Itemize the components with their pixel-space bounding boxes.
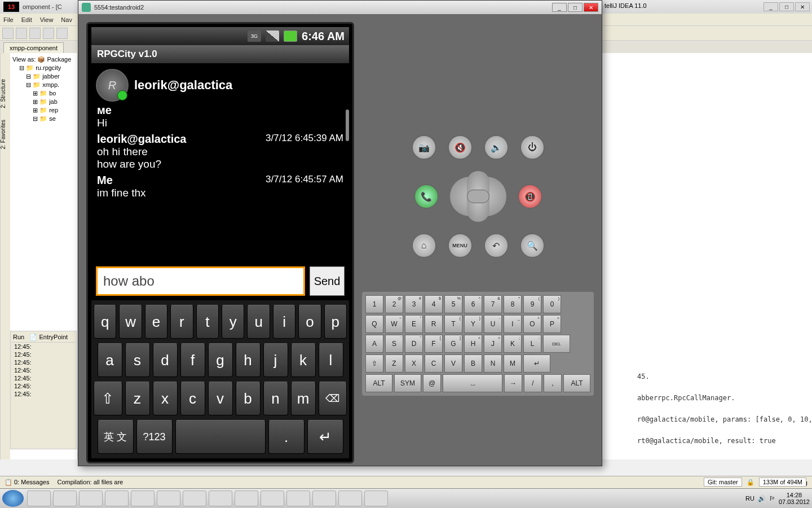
soft-key-c[interactable]: c (180, 382, 205, 415)
hw-key-I[interactable]: I_ (504, 315, 522, 333)
soft-key-x[interactable]: x (153, 382, 178, 415)
call-button[interactable]: 📞 (414, 184, 439, 209)
end-call-button[interactable]: 📵 (518, 184, 542, 209)
taskbar-app[interactable] (261, 491, 284, 506)
taskbar-app[interactable] (79, 491, 103, 506)
soft-key-n[interactable]: n (263, 382, 288, 415)
chat-message-list[interactable]: мe Hi leorik@galactica 3/7/12 6:45:39 AM… (91, 107, 349, 262)
toolbar-redo-icon[interactable] (56, 28, 68, 39)
dpad-center-button[interactable] (467, 190, 489, 203)
hw-key-SYM[interactable]: SYM (394, 374, 421, 392)
hw-key-C[interactable]: C (425, 354, 443, 373)
soft-key-a[interactable]: a (98, 343, 122, 377)
hw-key-2[interactable]: 2@ (385, 295, 403, 313)
hw-key-enter[interactable]: ↵ (523, 354, 550, 373)
project-tab[interactable]: xmpp-component (3, 42, 64, 53)
soft-key-?123[interactable]: ?123 (136, 420, 173, 454)
hw-key-delete[interactable]: DEL (543, 335, 570, 353)
taskbar-app[interactable] (131, 491, 155, 506)
taskbar-app[interactable] (209, 491, 232, 506)
tree-item[interactable]: ⊞ 📁 rep (12, 106, 75, 115)
hw-key-/[interactable]: / (524, 374, 542, 392)
soft-key-b[interactable]: b (236, 382, 261, 415)
taskbar-app[interactable] (235, 491, 258, 506)
hw-key-@[interactable]: @ (423, 374, 441, 392)
hw-key-ALT[interactable]: ALT (563, 374, 590, 392)
entrypoint-tab[interactable]: EntryPoint (39, 334, 68, 340)
hw-key-P[interactable]: P= (543, 315, 561, 333)
hw-key-D[interactable]: D" (405, 335, 423, 353)
structure-tool-label[interactable]: 2: Structure (0, 79, 6, 108)
soft-key-e[interactable]: e (145, 305, 167, 339)
soft-key-m[interactable]: m (291, 382, 316, 415)
emulator-titlebar[interactable]: 5554:testandroid2 _ □ ✕ (78, 1, 602, 14)
soft-key-s[interactable]: s (125, 343, 150, 377)
taskbar-app[interactable] (338, 491, 362, 506)
hw-key-J[interactable]: J> (484, 335, 502, 353)
hw-key-⇧[interactable]: ⇧ (365, 354, 383, 373)
toolbar-saveall-icon[interactable] (29, 28, 41, 39)
soft-key-w[interactable]: w (119, 305, 142, 339)
tray-icon[interactable]: 🏳 (769, 495, 775, 502)
message-input[interactable] (96, 266, 305, 296)
ide-close-button[interactable]: ✕ (795, 2, 810, 11)
hw-key-W[interactable]: W~ (385, 315, 403, 333)
menu-nav[interactable]: Nav (61, 16, 72, 23)
volume-up-button[interactable]: 🔊 (484, 135, 509, 160)
power-button[interactable]: ⏻ (520, 135, 545, 160)
camera-button[interactable]: 📷 (412, 135, 436, 160)
hw-key-Z[interactable]: Z (385, 354, 403, 373)
git-branch[interactable]: Git: master (704, 478, 742, 487)
soft-key-⇧[interactable]: ⇧ (94, 382, 122, 415)
messages-tool-tab[interactable]: 📋 0: Messages (5, 479, 49, 486)
soft-key-f[interactable]: f (180, 343, 205, 377)
back-button[interactable]: ↶ (484, 233, 509, 258)
taskbar-app[interactable] (27, 491, 51, 506)
soft-key-k[interactable]: k (291, 343, 316, 377)
soft-key-p[interactable]: p (324, 305, 347, 339)
soft-key-enter[interactable]: ↵ (307, 420, 343, 454)
soft-key-d[interactable]: d (153, 343, 178, 377)
soft-key-o[interactable]: o (298, 305, 321, 339)
toolbar-open-icon[interactable] (2, 28, 14, 39)
hw-key-E[interactable]: E" (405, 315, 423, 333)
soft-key-i[interactable]: i (273, 305, 295, 339)
soft-key-r[interactable]: r (170, 305, 193, 339)
soft-key-g[interactable]: g (208, 343, 233, 377)
hw-key-space[interactable]: ⎵ (443, 374, 502, 392)
hw-key-4[interactable]: 4$ (425, 295, 443, 313)
soft-key-l[interactable]: l (319, 343, 343, 377)
hw-key-Q[interactable]: Q (365, 315, 383, 333)
dpad[interactable] (450, 177, 506, 216)
send-button[interactable]: Send (310, 266, 345, 296)
volume-down-button[interactable]: 🔇 (448, 135, 473, 160)
emulator-close-button[interactable]: ✕ (584, 3, 598, 12)
hw-key-K[interactable]: K; (504, 335, 522, 353)
hw-key-U[interactable]: U- (484, 315, 502, 333)
soft-key-英 文[interactable]: 英 文 (98, 420, 134, 454)
hw-key-M[interactable]: M (504, 354, 522, 373)
tree-item[interactable]: ⊟ 📁 ru.rpgcity (12, 64, 75, 72)
menu-button[interactable]: MENU (448, 233, 473, 258)
android-status-bar[interactable]: 3G 6:46 AM (91, 27, 349, 45)
home-button[interactable]: ⌂ (412, 233, 436, 258)
hw-key-7[interactable]: 7& (484, 295, 502, 313)
hw-key-R[interactable]: R` (425, 315, 443, 333)
lang-indicator[interactable]: RU (745, 495, 754, 502)
tree-item[interactable]: ⊞ 📁 bo (12, 89, 75, 98)
tray-icon[interactable]: 🔊 (758, 495, 766, 502)
hw-key-G[interactable]: G] (444, 335, 462, 353)
hw-key-ALT[interactable]: ALT (365, 374, 392, 392)
emulator-maximize-button[interactable]: □ (568, 3, 582, 12)
soft-key-delete[interactable]: ⌫ (319, 382, 347, 415)
tree-item[interactable]: ⊟ 📁 xmpp. (12, 81, 75, 89)
hw-key-V[interactable]: V (444, 354, 462, 373)
hw-key-B[interactable]: B (464, 354, 482, 373)
soft-key-h[interactable]: h (236, 343, 261, 377)
start-button[interactable] (2, 490, 24, 507)
hw-key-A[interactable]: A (365, 335, 383, 353)
run-tab[interactable]: Run (13, 334, 24, 340)
hw-key-arrow[interactable]: → (504, 374, 522, 392)
soft-key-z[interactable]: z (125, 382, 150, 415)
tree-item[interactable]: ⊟ 📁 se (12, 115, 75, 123)
